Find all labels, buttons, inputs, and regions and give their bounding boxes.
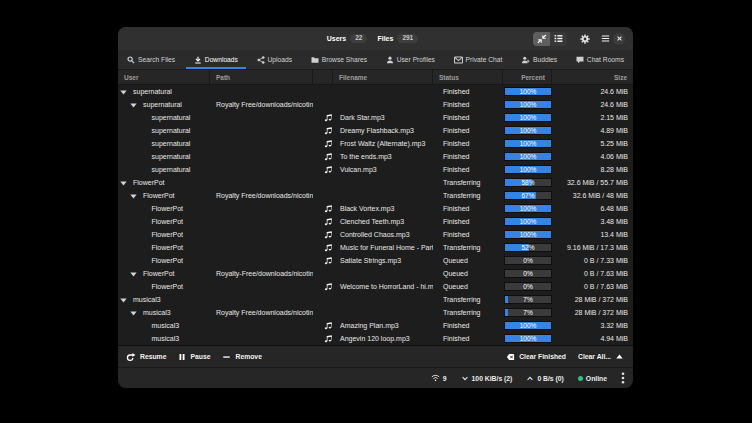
download-row[interactable]: supernaturalFinished100%24.6 MiB (118, 85, 633, 98)
status-text: Transferring (443, 192, 480, 199)
user-name: supernatural (152, 140, 191, 147)
cell-user: supernatural (118, 98, 210, 111)
cell-status: Queued (433, 280, 503, 293)
cell-file-icon (313, 293, 333, 306)
cell-size: 2.15 MiB (552, 111, 633, 124)
tab-buddies[interactable]: Buddies (513, 50, 565, 69)
download-row[interactable]: FlowerPotWelcome to HorrorLand - hi.mp3Q… (118, 280, 633, 293)
download-speed-status[interactable]: 100 KiB/s (2) (461, 375, 513, 382)
cell-filename: Controlled Chaos.mp3 (333, 228, 433, 241)
status-text: Transferring (443, 309, 480, 316)
main-menu-button[interactable] (599, 32, 612, 46)
resume-button[interactable]: Resume (126, 352, 166, 362)
column-header-size[interactable]: Size (552, 70, 633, 84)
online-status[interactable]: Online (578, 375, 607, 382)
download-row[interactable]: musical3Amazing Plan.mp3Finished100%3.32… (118, 319, 633, 332)
tab-search-files[interactable]: Search Files (119, 50, 183, 69)
user-name: musical3 (152, 335, 180, 342)
actionbar: Resume Pause Remove Clear Finished Clear… (118, 345, 633, 367)
download-row[interactable]: supernaturalDreamy Flashback.mp3Finished… (118, 124, 633, 137)
gear-icon (580, 34, 590, 44)
cell-status: Finished (433, 85, 503, 98)
tab-user-profiles[interactable]: User Profiles (378, 50, 443, 69)
tab-private-chat[interactable]: Private Chat (446, 50, 511, 69)
progress-label: 67% (505, 192, 551, 199)
tab-chat-rooms[interactable]: Chat Rooms (568, 50, 632, 69)
cell-percent: 100% (503, 332, 552, 345)
column-header-status[interactable]: Status (433, 70, 503, 84)
cell-size: 13.4 MiB (552, 228, 633, 241)
files-count-badge: 291 (397, 34, 418, 44)
filename-text: Black Vortex.mp3 (340, 205, 394, 212)
cell-user: supernatural (118, 85, 210, 98)
column-header-filename[interactable]: Filename (333, 70, 433, 84)
cell-file-icon (313, 306, 333, 319)
expander-icon[interactable] (130, 311, 137, 315)
pause-button[interactable]: Pause (178, 353, 210, 361)
download-speed-text: 100 KiB/s (2) (472, 375, 513, 382)
upload-speed-status[interactable]: 0 B/s (0) (526, 375, 563, 382)
collapse-view-button[interactable] (533, 32, 550, 46)
search-icon (127, 56, 135, 64)
download-row[interactable]: musical3Royalty Free/downloads/nicotineT… (118, 306, 633, 319)
expander-icon[interactable] (130, 103, 137, 107)
clear-all-button[interactable]: Clear All... (578, 353, 623, 360)
cell-path (210, 176, 313, 189)
window-close-button[interactable] (613, 33, 625, 45)
cell-path (210, 228, 313, 241)
download-row[interactable]: FlowerPotBlack Vortex.mp3Finished100%6.4… (118, 202, 633, 215)
cell-path (210, 280, 313, 293)
cell-file-icon (313, 176, 333, 189)
column-header-percent[interactable]: Percent (503, 70, 552, 84)
download-row[interactable]: FlowerPotClenched Teeth.mp3Finished100%3… (118, 215, 633, 228)
download-row[interactable]: supernaturalTo the ends.mp3Finished100%4… (118, 150, 633, 163)
cell-size: 4.94 MiB (552, 332, 633, 345)
download-row[interactable]: musical3Angevin 120 loop.mp3Finished100%… (118, 332, 633, 345)
remove-button[interactable]: Remove (222, 353, 261, 361)
status-text: Finished (443, 88, 469, 95)
progress-label: 100% (505, 322, 551, 329)
download-row[interactable]: FlowerPotRoyalty-Free/downloads/nicotine… (118, 267, 633, 280)
expander-icon[interactable] (120, 298, 127, 302)
cell-percent: 0% (503, 254, 552, 267)
expander-icon[interactable] (130, 194, 137, 198)
preferences-button[interactable] (578, 32, 591, 46)
download-row[interactable]: supernaturalVulcan.mp3Finished100%8.28 M… (118, 163, 633, 176)
cell-size: 32.6 MiB / 55.7 MiB (552, 176, 633, 189)
download-row[interactable]: supernaturalFrost Waltz (Alternate).mp3F… (118, 137, 633, 150)
tab-downloads[interactable]: Downloads (186, 50, 246, 69)
cell-filename (333, 98, 433, 111)
statusbar-menu[interactable] (621, 372, 625, 384)
download-row[interactable]: FlowerPotTransferring58%32.6 MiB / 55.7 … (118, 176, 633, 189)
size-text: 28 MiB / 372 MiB (575, 309, 628, 316)
status-text: Finished (443, 231, 469, 238)
progress-bar: 0% (504, 282, 552, 291)
cell-user: supernatural (118, 150, 210, 163)
expander-icon[interactable] (130, 272, 137, 276)
clear-finished-button[interactable]: Clear Finished (506, 353, 566, 361)
download-row[interactable]: musical3Transferring7%28 MiB / 372 MiB (118, 293, 633, 306)
download-row[interactable]: FlowerPotSatiate Strings.mp3Queued0%0 B … (118, 254, 633, 267)
cell-percent: 100% (503, 124, 552, 137)
progress-label: 100% (505, 140, 551, 147)
tab-uploads[interactable]: Uploads (249, 50, 301, 69)
column-header-path[interactable]: Path (210, 70, 313, 84)
download-row[interactable]: supernaturalDark Star.mp3Finished100%2.1… (118, 111, 633, 124)
download-row[interactable]: FlowerPotMusic for Funeral Home - Part 1… (118, 241, 633, 254)
column-header-file-icon[interactable] (313, 70, 333, 84)
tab-browse-shares[interactable]: Browse Shares (303, 50, 375, 69)
cell-size: 0 B / 7.63 MiB (552, 267, 633, 280)
tab-label: Chat Rooms (587, 56, 624, 63)
connections-status[interactable]: 9 (431, 374, 447, 382)
list-view-button[interactable] (550, 32, 567, 46)
expander-icon[interactable] (120, 90, 127, 94)
column-header-user[interactable]: User (118, 70, 210, 84)
status-text: Finished (443, 166, 469, 173)
size-text: 2.15 MiB (600, 114, 628, 121)
download-row[interactable]: supernaturalRoyalty Free/downloads/nicot… (118, 98, 633, 111)
cell-size: 24.6 MiB (552, 98, 633, 111)
cell-user: FlowerPot (118, 202, 210, 215)
download-row[interactable]: FlowerPotRoyalty Free/downloads/nicotine… (118, 189, 633, 202)
download-row[interactable]: FlowerPotControlled Chaos.mp3Finished100… (118, 228, 633, 241)
expander-icon[interactable] (120, 181, 127, 185)
